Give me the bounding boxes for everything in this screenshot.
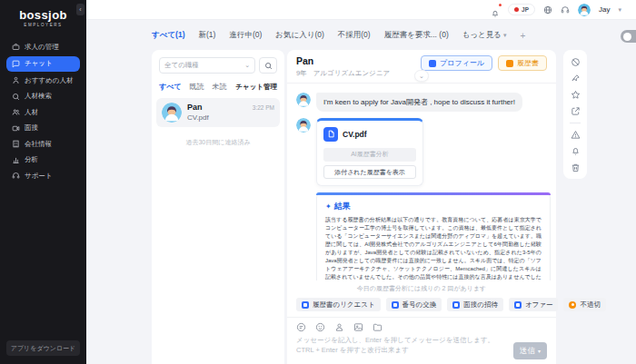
tab-more[interactable]: もっと見る▾ [462,30,507,41]
sidebar-item-label: サポート [25,172,53,181]
tab-favorites[interactable]: お気に入り(0) [275,30,324,41]
briefcase-icon [12,43,20,51]
sidebar-item-jobs[interactable]: 求人の管理 [6,40,80,54]
sidebar-item-support[interactable]: サポート [6,169,80,182]
tab-new[interactable]: 新(1) [199,30,216,41]
image-icon[interactable] [353,322,363,332]
filter-unread[interactable]: 未読 [213,82,227,92]
support-headset-icon[interactable] [561,5,570,15]
ai-analysis-button[interactable]: AI履歴書分析 [323,148,416,162]
conversation-tools-strip [563,50,587,179]
sidebar-item-label: 面接 [25,123,38,133]
tab-all[interactable]: すべて(1) [152,30,185,41]
tab-in-progress[interactable]: 進行中(0) [229,30,262,41]
message-area: I'm keen to apply for Java開発者 , hope to … [287,84,556,281]
chevron-down-icon[interactable]: ▾ [618,6,621,14]
contact-card-icon[interactable] [334,322,344,332]
delete-trash-icon[interactable] [571,162,581,172]
view-resume-button[interactable]: 添付された履歴書を表示 [323,165,416,179]
sidebar-item-company-info[interactable]: 会社情報 [6,137,80,151]
language-switcher[interactable]: JP [508,4,535,15]
profile-card-icon [429,60,436,67]
history-note: 過去30日間に連絡済み [159,138,277,147]
search-icon [12,93,20,101]
resume-button[interactable]: 履歴書 [498,55,547,71]
document-icon [323,127,338,142]
message-bubble: I'm keen to apply for Java開発者 , hope to … [316,93,522,112]
sidebar-item-label: 求人の管理 [25,43,59,52]
job-filter-select[interactable]: 全ての職種 ⌄ [159,57,255,74]
sidebar-item-analytics[interactable]: 分析 [6,153,80,167]
add-tab-button[interactable]: + [521,31,526,41]
notification-bell-icon[interactable] [491,5,500,15]
brand-logo-subtext: EMPLOYERS [0,23,86,27]
result-body: 該当する履歴書の分析結果は以下の通りです。教育資格について、応募者は東京大学でコ… [325,216,542,280]
chat-manage-link[interactable]: チャット管理 [235,83,277,92]
candidate-avatar [296,93,311,107]
emoji-icon[interactable] [315,322,325,332]
star-icon[interactable] [571,90,581,100]
file-name[interactable]: CV.pdf [343,130,367,139]
quick-actions-bar: 履歴書のリクエスト 番号の交換 面接の招待 オファー 不適切 [287,298,556,311]
notification-dot [499,4,502,7]
folder-icon[interactable] [373,322,383,332]
collapse-header-button[interactable]: ⌄ [414,70,429,82]
interview-invite-icon [452,301,460,309]
sidebar-item-talent[interactable]: 人材 [6,105,80,119]
offer-chip[interactable]: オファー [509,298,559,311]
help-widget[interactable] [621,30,636,43]
send-options-caret: ▾ [538,348,541,354]
profile-button[interactable]: プロフィール [421,55,492,71]
ai-result-card: ✦ 結果 該当する履歴書の分析結果は以下の通りです。教育資格について、応募者は東… [316,192,551,280]
globe-icon[interactable] [543,5,552,15]
search-button[interactable] [259,57,277,74]
sidebar-item-chat[interactable]: チャット [6,56,80,72]
resume-request-icon [302,301,309,309]
candidate-avatar [162,103,182,123]
sidebar-item-label: 人材検索 [25,92,52,101]
cv-file-card: CV.pdf AI履歴書分析 添付された履歴書を表示 [316,118,423,187]
sidebar-item-label: 会社情報 [25,140,52,149]
request-resume-chip[interactable]: 履歴書のリクエスト [296,298,381,311]
user-avatar[interactable] [578,4,591,16]
tab-rejected[interactable]: 不採用(0) [338,30,371,41]
mute-bell-icon[interactable] [571,146,581,156]
sidebar-item-label: おすすめの人材 [25,76,73,85]
report-inappropriate-chip[interactable]: 不適切 [563,298,606,311]
chat-bubble-icon [12,60,20,68]
offer-icon [514,301,522,309]
left-sidebar: bossjob EMPLOYERS ‹ 求人の管理 チャット おすすめの人材 人… [0,0,86,364]
chat-list-item[interactable]: Pan 3:22 PM CV.pdf [156,98,280,127]
report-warning-icon[interactable] [571,130,581,140]
folder-icon [506,60,513,67]
japan-flag-icon [514,7,519,12]
quick-phrase-icon[interactable] [296,322,306,332]
chart-icon [12,156,20,164]
send-button[interactable]: 送信▾ [513,342,547,359]
tab-resume-requested[interactable]: 履歴書を要求... (0) [384,30,449,41]
interview-invite-chip[interactable]: 面接の招待 [447,298,503,311]
message-file: CV.pdf AI履歴書分析 添付された履歴書を表示 [296,118,547,187]
job-filter-value: 全ての職種 [164,61,199,70]
block-user-icon[interactable] [571,57,581,67]
brand-logo-text: bossjob [0,8,86,22]
candidate-title: アルゴリズムエンジニア [313,69,390,78]
candidate-experience: 9年 [296,69,307,78]
help-bulb-icon [623,33,631,41]
sidebar-collapse-button[interactable]: ‹ [76,4,84,15]
filter-read[interactable]: 既読 [190,82,204,92]
sidebar-item-talent-search[interactable]: 人材検索 [6,90,80,103]
sidebar-item-interview[interactable]: 面接 [6,122,80,135]
status-tabs: すべて(1) 新(1) 進行中(0) お気に入り(0) 不採用(0) 履歴書を要… [152,28,525,43]
exchange-number-chip[interactable]: 番号の交換 [386,298,442,311]
share-icon[interactable] [571,106,581,116]
pin-icon[interactable] [571,74,581,84]
sparkle-icon: ✦ [325,202,332,211]
filter-all[interactable]: すべて [159,82,182,92]
result-title: 結果 [334,201,351,212]
sidebar-item-recommended-talent[interactable]: おすすめの人材 [6,74,80,87]
message-input[interactable] [296,335,507,357]
download-app-button[interactable]: アプリをダウンロード [6,340,80,356]
exchange-number-icon [392,301,399,309]
sidebar-item-label: 人材 [25,108,38,117]
